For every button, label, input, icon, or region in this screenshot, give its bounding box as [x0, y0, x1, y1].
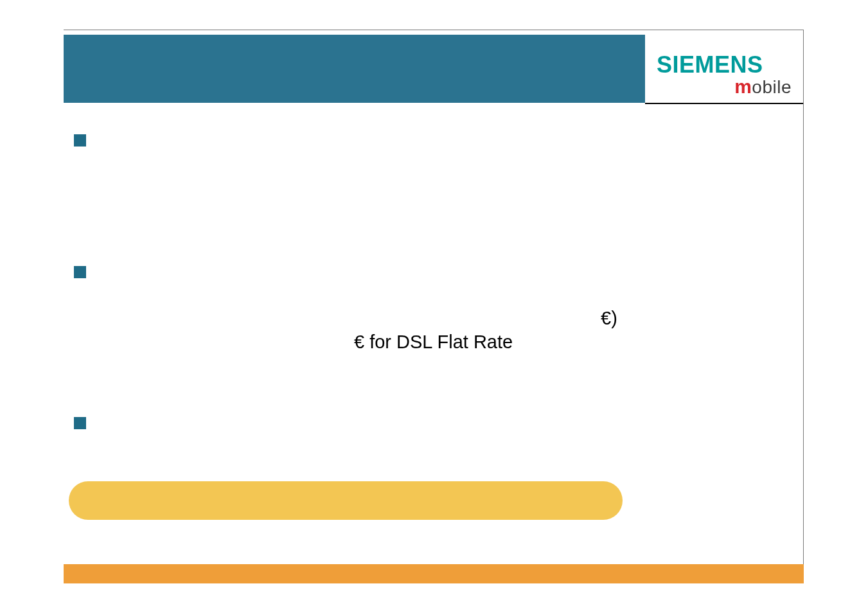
header-bar — [64, 35, 645, 103]
bullet-icon — [74, 266, 86, 278]
logo-box: SIEMENS mobile — [645, 35, 803, 104]
brand-subtext: mobile — [734, 76, 792, 98]
text-euro-dsl: € for DSL Flat Rate — [354, 332, 513, 353]
bullet-icon — [74, 417, 86, 429]
brand-sub-m: m — [734, 76, 752, 97]
brand-sub-rest: obile — [752, 77, 792, 97]
text-euro-paren: €) — [601, 308, 617, 329]
slide: SIEMENS mobile €) € for DSL Flat Rate — [64, 30, 804, 583]
bullet-icon — [74, 134, 86, 147]
footer-bar — [64, 564, 804, 583]
brand-logo-text: SIEMENS — [657, 51, 763, 78]
highlight-pill — [69, 481, 623, 520]
